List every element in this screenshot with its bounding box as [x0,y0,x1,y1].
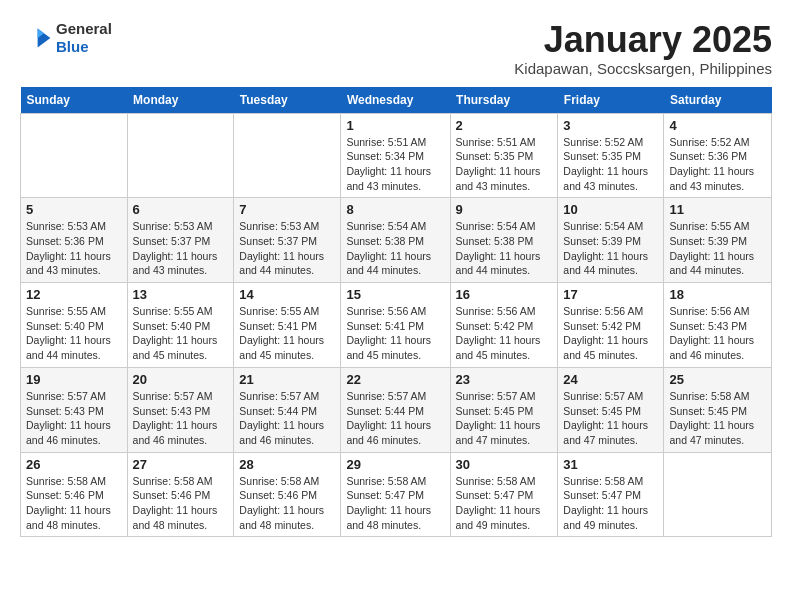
day-info: Sunrise: 5:53 AM Sunset: 5:36 PM Dayligh… [26,219,122,278]
day-number: 11 [669,202,766,217]
day-info: Sunrise: 5:58 AM Sunset: 5:46 PM Dayligh… [239,474,335,533]
location-title: Kidapawan, Soccsksargen, Philippines [514,60,772,77]
day-number: 8 [346,202,444,217]
day-number: 30 [456,457,553,472]
calendar-cell: 20Sunrise: 5:57 AM Sunset: 5:43 PM Dayli… [127,367,234,452]
calendar-cell: 3Sunrise: 5:52 AM Sunset: 5:35 PM Daylig… [558,113,664,198]
day-number: 2 [456,118,553,133]
day-info: Sunrise: 5:58 AM Sunset: 5:47 PM Dayligh… [346,474,444,533]
day-number: 27 [133,457,229,472]
day-number: 18 [669,287,766,302]
day-number: 1 [346,118,444,133]
calendar-cell: 8Sunrise: 5:54 AM Sunset: 5:38 PM Daylig… [341,198,450,283]
calendar-cell: 26Sunrise: 5:58 AM Sunset: 5:46 PM Dayli… [21,452,128,537]
day-number: 10 [563,202,658,217]
calendar-cell: 25Sunrise: 5:58 AM Sunset: 5:45 PM Dayli… [664,367,772,452]
day-info: Sunrise: 5:58 AM Sunset: 5:45 PM Dayligh… [669,389,766,448]
day-number: 19 [26,372,122,387]
day-number: 9 [456,202,553,217]
day-info: Sunrise: 5:55 AM Sunset: 5:40 PM Dayligh… [26,304,122,363]
weekday-header-row: SundayMondayTuesdayWednesdayThursdayFrid… [21,87,772,114]
calendar-cell: 18Sunrise: 5:56 AM Sunset: 5:43 PM Dayli… [664,283,772,368]
title-block: January 2025 Kidapawan, Soccsksargen, Ph… [514,20,772,77]
weekday-header-monday: Monday [127,87,234,114]
day-number: 26 [26,457,122,472]
calendar-cell: 9Sunrise: 5:54 AM Sunset: 5:38 PM Daylig… [450,198,558,283]
calendar-cell: 27Sunrise: 5:58 AM Sunset: 5:46 PM Dayli… [127,452,234,537]
day-info: Sunrise: 5:56 AM Sunset: 5:43 PM Dayligh… [669,304,766,363]
calendar-cell: 19Sunrise: 5:57 AM Sunset: 5:43 PM Dayli… [21,367,128,452]
day-number: 21 [239,372,335,387]
month-title: January 2025 [514,20,772,60]
day-info: Sunrise: 5:57 AM Sunset: 5:45 PM Dayligh… [563,389,658,448]
calendar-week-row: 12Sunrise: 5:55 AM Sunset: 5:40 PM Dayli… [21,283,772,368]
calendar-cell: 28Sunrise: 5:58 AM Sunset: 5:46 PM Dayli… [234,452,341,537]
day-number: 23 [456,372,553,387]
day-info: Sunrise: 5:52 AM Sunset: 5:36 PM Dayligh… [669,135,766,194]
day-info: Sunrise: 5:54 AM Sunset: 5:38 PM Dayligh… [456,219,553,278]
page-header: General Blue January 2025 Kidapawan, Soc… [20,20,772,77]
day-number: 22 [346,372,444,387]
day-number: 20 [133,372,229,387]
day-info: Sunrise: 5:58 AM Sunset: 5:46 PM Dayligh… [133,474,229,533]
day-number: 24 [563,372,658,387]
weekday-header-wednesday: Wednesday [341,87,450,114]
calendar-cell: 10Sunrise: 5:54 AM Sunset: 5:39 PM Dayli… [558,198,664,283]
calendar-cell: 4Sunrise: 5:52 AM Sunset: 5:36 PM Daylig… [664,113,772,198]
calendar-cell: 21Sunrise: 5:57 AM Sunset: 5:44 PM Dayli… [234,367,341,452]
weekday-header-thursday: Thursday [450,87,558,114]
calendar-cell: 13Sunrise: 5:55 AM Sunset: 5:40 PM Dayli… [127,283,234,368]
day-info: Sunrise: 5:56 AM Sunset: 5:42 PM Dayligh… [456,304,553,363]
logo-blue-text: Blue [56,38,112,56]
day-number: 29 [346,457,444,472]
day-info: Sunrise: 5:53 AM Sunset: 5:37 PM Dayligh… [133,219,229,278]
day-number: 3 [563,118,658,133]
day-info: Sunrise: 5:56 AM Sunset: 5:41 PM Dayligh… [346,304,444,363]
calendar-cell: 11Sunrise: 5:55 AM Sunset: 5:39 PM Dayli… [664,198,772,283]
day-info: Sunrise: 5:53 AM Sunset: 5:37 PM Dayligh… [239,219,335,278]
day-number: 13 [133,287,229,302]
day-info: Sunrise: 5:58 AM Sunset: 5:47 PM Dayligh… [563,474,658,533]
day-info: Sunrise: 5:54 AM Sunset: 5:39 PM Dayligh… [563,219,658,278]
day-number: 25 [669,372,766,387]
day-number: 4 [669,118,766,133]
calendar-cell: 15Sunrise: 5:56 AM Sunset: 5:41 PM Dayli… [341,283,450,368]
weekday-header-friday: Friday [558,87,664,114]
day-info: Sunrise: 5:57 AM Sunset: 5:44 PM Dayligh… [239,389,335,448]
day-number: 28 [239,457,335,472]
weekday-header-sunday: Sunday [21,87,128,114]
day-number: 16 [456,287,553,302]
calendar-cell: 31Sunrise: 5:58 AM Sunset: 5:47 PM Dayli… [558,452,664,537]
logo: General Blue [20,20,112,56]
calendar-cell: 5Sunrise: 5:53 AM Sunset: 5:36 PM Daylig… [21,198,128,283]
day-number: 5 [26,202,122,217]
day-number: 17 [563,287,658,302]
day-number: 7 [239,202,335,217]
calendar-cell: 14Sunrise: 5:55 AM Sunset: 5:41 PM Dayli… [234,283,341,368]
day-number: 12 [26,287,122,302]
calendar-week-row: 26Sunrise: 5:58 AM Sunset: 5:46 PM Dayli… [21,452,772,537]
calendar-cell: 23Sunrise: 5:57 AM Sunset: 5:45 PM Dayli… [450,367,558,452]
calendar-table: SundayMondayTuesdayWednesdayThursdayFrid… [20,87,772,538]
calendar-cell: 7Sunrise: 5:53 AM Sunset: 5:37 PM Daylig… [234,198,341,283]
calendar-cell: 12Sunrise: 5:55 AM Sunset: 5:40 PM Dayli… [21,283,128,368]
day-info: Sunrise: 5:56 AM Sunset: 5:42 PM Dayligh… [563,304,658,363]
weekday-header-saturday: Saturday [664,87,772,114]
calendar-week-row: 5Sunrise: 5:53 AM Sunset: 5:36 PM Daylig… [21,198,772,283]
day-info: Sunrise: 5:58 AM Sunset: 5:47 PM Dayligh… [456,474,553,533]
day-number: 15 [346,287,444,302]
day-info: Sunrise: 5:57 AM Sunset: 5:43 PM Dayligh… [26,389,122,448]
calendar-week-row: 19Sunrise: 5:57 AM Sunset: 5:43 PM Dayli… [21,367,772,452]
logo-icon [20,22,52,54]
day-info: Sunrise: 5:54 AM Sunset: 5:38 PM Dayligh… [346,219,444,278]
calendar-cell [234,113,341,198]
calendar-cell: 30Sunrise: 5:58 AM Sunset: 5:47 PM Dayli… [450,452,558,537]
day-info: Sunrise: 5:55 AM Sunset: 5:41 PM Dayligh… [239,304,335,363]
logo-general-text: General [56,20,112,38]
day-info: Sunrise: 5:51 AM Sunset: 5:34 PM Dayligh… [346,135,444,194]
calendar-cell: 17Sunrise: 5:56 AM Sunset: 5:42 PM Dayli… [558,283,664,368]
calendar-week-row: 1Sunrise: 5:51 AM Sunset: 5:34 PM Daylig… [21,113,772,198]
day-number: 31 [563,457,658,472]
calendar-cell: 24Sunrise: 5:57 AM Sunset: 5:45 PM Dayli… [558,367,664,452]
day-info: Sunrise: 5:51 AM Sunset: 5:35 PM Dayligh… [456,135,553,194]
